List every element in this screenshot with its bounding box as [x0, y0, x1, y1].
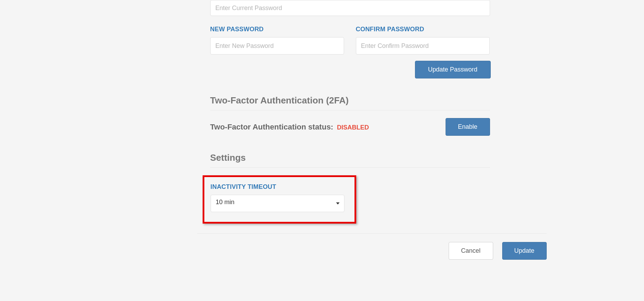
divider [210, 167, 490, 168]
divider [197, 233, 547, 234]
new-password-field[interactable] [210, 37, 344, 55]
twofa-status-value: DISABLED [337, 124, 369, 131]
new-password-label: NEW PASSWORD [210, 26, 344, 33]
confirm-password-field[interactable] [356, 37, 490, 55]
inactivity-timeout-label: INACTIVITY TIMEOUT [211, 183, 348, 191]
enable-2fa-button[interactable]: Enable [446, 118, 490, 136]
settings-heading: Settings [210, 152, 491, 163]
inactivity-timeout-select[interactable]: 10 min [211, 195, 344, 212]
update-password-button[interactable]: Update Password [415, 61, 491, 78]
current-password-field[interactable] [210, 0, 490, 16]
confirm-password-label: CONFIRM PASSWORD [356, 26, 490, 33]
cancel-button[interactable]: Cancel [449, 242, 493, 260]
update-button[interactable]: Update [502, 242, 547, 260]
divider [210, 110, 490, 110]
inactivity-timeout-highlight: INACTIVITY TIMEOUT 10 min [203, 175, 356, 224]
twofa-status-label: Two-Factor Authentication status: [210, 123, 333, 131]
twofa-heading: Two-Factor Authentication (2FA) [210, 95, 491, 106]
